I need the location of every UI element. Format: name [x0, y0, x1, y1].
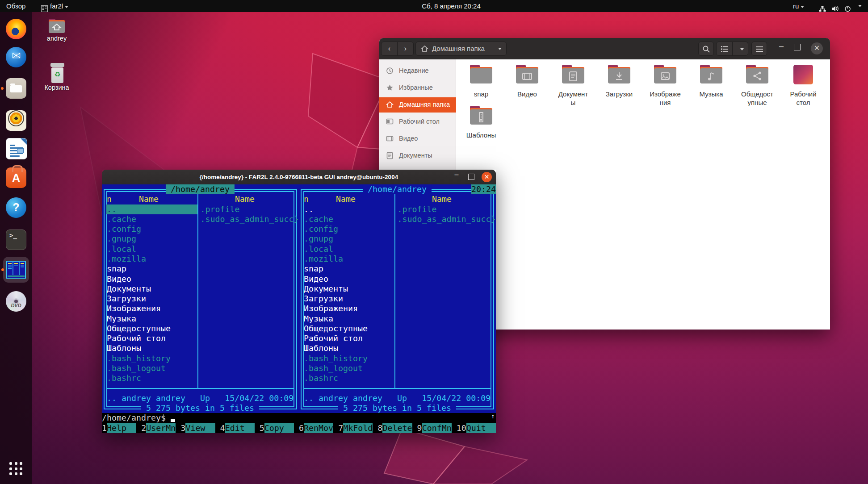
far2l-file[interactable]: .bash_history	[304, 354, 368, 363]
far2l-keybar-copy[interactable]: Copy	[264, 423, 294, 433]
minimize-button[interactable]: –	[776, 42, 787, 51]
far2l-keybar-confmn[interactable]: ConfMn	[422, 423, 452, 433]
far2l-file[interactable]: Изображения	[304, 304, 358, 313]
sidebar-item-recent[interactable]: Недавние	[379, 63, 456, 79]
far2l-file[interactable]: Загрузки	[304, 294, 343, 304]
far2l-file[interactable]: .mozilla	[107, 254, 146, 264]
far2l-file[interactable]: Шаблоны	[107, 343, 141, 353]
dock-item-software[interactable]: A	[6, 167, 26, 188]
folder-1[interactable]: snap	[459, 62, 503, 98]
dock-item-terminal[interactable]: >_	[6, 229, 26, 250]
close-button[interactable]: ✕	[811, 42, 823, 54]
trash-icon[interactable]: ♻	[51, 63, 63, 83]
clock[interactable]: Сб, 8 апреля 20:24	[422, 0, 481, 12]
show-applications-button[interactable]	[9, 462, 23, 476]
far2l-file[interactable]: Документы	[107, 284, 151, 294]
far2l-maximize-button[interactable]	[468, 174, 474, 180]
far2l-file[interactable]: .bashrc	[107, 373, 141, 383]
far2l-file[interactable]: .sudo_as_admin_succ}	[201, 214, 299, 224]
far2l-file[interactable]: .cache	[304, 214, 333, 224]
far2l-file[interactable]: .local	[304, 244, 333, 254]
path-bar[interactable]: Домашняя папка	[415, 42, 507, 56]
far2l-file[interactable]: Общедоступные	[107, 324, 171, 334]
folder-7[interactable]: Общедоступные	[735, 62, 780, 107]
far2l-minimize-button[interactable]: –	[451, 171, 462, 179]
network-icon[interactable]	[819, 3, 826, 15]
far2l-file[interactable]: .gnupg	[304, 234, 333, 244]
folder-6[interactable]: Музыка	[689, 62, 734, 98]
far2l-keybar-quit[interactable]: Quit	[466, 423, 496, 433]
dock-item-writer[interactable]	[6, 138, 26, 159]
dock-item-thunderbird[interactable]: ✉	[6, 47, 26, 67]
far2l-file[interactable]: .bash_logout	[107, 363, 166, 373]
far2l-keybar-mkfold[interactable]: MkFold	[343, 423, 373, 433]
power-icon[interactable]	[844, 3, 851, 15]
far2l-file[interactable]: ..	[107, 204, 117, 214]
far2l-file[interactable]: .profile	[201, 204, 240, 214]
far2l-file[interactable]: Видео	[107, 274, 131, 284]
sidebar-item-video[interactable]: Видео	[379, 131, 456, 146]
far2l-file[interactable]: Видео	[304, 274, 328, 284]
dock-item-rhythmbox[interactable]	[6, 108, 26, 129]
dock-item-firefox[interactable]	[6, 19, 26, 39]
far2l-file[interactable]: ..	[304, 204, 314, 214]
far2l-keybar-edit[interactable]: Edit	[225, 423, 255, 433]
far2l-file[interactable]: Загрузки	[107, 294, 146, 304]
folder-4[interactable]: Загрузки	[597, 62, 642, 98]
desktop-icon-home-label[interactable]: andrey	[43, 35, 70, 42]
folder-9[interactable]: Шаблоны	[459, 103, 503, 139]
sidebar-item-desktop[interactable]: Рабочий стол	[379, 114, 456, 129]
far2l-close-button[interactable]: ✕	[482, 172, 492, 182]
view-options-button[interactable]	[732, 42, 748, 56]
far2l-file[interactable]: .cache	[107, 214, 136, 224]
system-menu-caret-icon[interactable]	[858, 5, 862, 7]
far2l-file[interactable]: .bashrc	[304, 373, 338, 383]
far2l-titlebar[interactable]: {/home/andrey} - FAR2L 2.4.0-9766811-bet…	[102, 170, 496, 184]
far2l-file[interactable]: .config	[107, 224, 141, 234]
folder-3[interactable]: Документы	[551, 62, 595, 107]
dock-item-dvd[interactable]: DVD	[6, 291, 26, 312]
sidebar-item-star[interactable]: Избранные	[379, 80, 456, 96]
far2l-file[interactable]: .config	[304, 224, 338, 234]
dock-item-help[interactable]: ?	[6, 197, 26, 218]
far2l-file[interactable]: .bash_logout	[304, 363, 363, 373]
far2l-file[interactable]: Музыка	[107, 314, 136, 324]
dock-item-files[interactable]	[6, 78, 26, 99]
folder-2[interactable]: Видео	[505, 62, 549, 98]
search-button[interactable]	[698, 42, 714, 56]
folder-5[interactable]: Изображения	[643, 62, 688, 107]
sidebar-item-home[interactable]: Домашняя папка	[379, 97, 456, 113]
far2l-file[interactable]: Изображения	[107, 304, 161, 313]
far2l-file[interactable]: Рабочий стол	[304, 334, 363, 343]
view-toggle-button[interactable]	[716, 42, 733, 56]
far2l-file[interactable]: .gnupg	[107, 234, 136, 244]
far2l-file[interactable]: Рабочий стол	[107, 334, 166, 343]
activities-button[interactable]: Обзор	[6, 0, 25, 12]
far2l-file[interactable]: .profile	[398, 204, 437, 214]
folder-8[interactable]: Рабочий стол	[781, 62, 826, 107]
volume-icon[interactable]	[832, 3, 839, 15]
menu-button[interactable]	[751, 42, 767, 56]
far2l-file[interactable]: .sudo_as_admin_succ}	[398, 214, 496, 224]
far2l-file[interactable]: .local	[107, 244, 136, 254]
far2l-keybar-renmov[interactable]: RenMov	[304, 423, 333, 433]
far2l-file[interactable]: snap	[107, 264, 126, 274]
far2l-keybar-view[interactable]: View	[185, 423, 215, 433]
forward-button[interactable]: ›	[397, 42, 414, 56]
keyboard-layout[interactable]: ru	[793, 0, 804, 12]
far2l-file[interactable]: snap	[304, 264, 323, 274]
dock-item-far2l[interactable]	[0, 257, 32, 283]
back-button[interactable]: ‹	[381, 42, 398, 56]
focused-app-menu[interactable]: far2l	[50, 0, 68, 12]
far2l-file[interactable]: .mozilla	[304, 254, 343, 264]
far2l-file[interactable]: .bash_history	[107, 354, 171, 363]
far2l-file[interactable]: Шаблоны	[304, 343, 338, 353]
far2l-keybar-delete[interactable]: Delete	[382, 423, 412, 433]
trash-label[interactable]: Корзина	[41, 84, 72, 91]
far2l-terminal[interactable]: /home/andrey nNameName...cache.config.gn…	[102, 184, 496, 433]
sidebar-item-document[interactable]: Документы	[379, 148, 456, 163]
far2l-file[interactable]: Музыка	[304, 314, 333, 324]
far2l-keybar-usermn[interactable]: UserMn	[146, 423, 176, 433]
far2l-keybar-help[interactable]: Help	[107, 423, 136, 433]
maximize-button[interactable]	[794, 44, 801, 50]
